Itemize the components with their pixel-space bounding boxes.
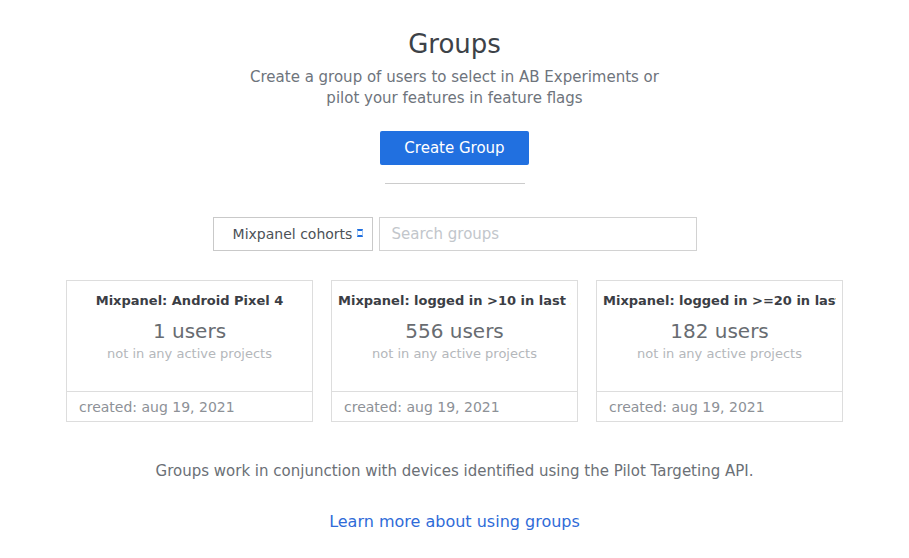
group-card[interactable]: Mixpanel: Android Pixel 4 1 users not in… [66, 280, 313, 422]
page-title: Groups [0, 30, 909, 59]
group-card-created-date: created: aug 19, 2021 [332, 391, 577, 421]
cohort-source-dropdown[interactable]: Mixpanel cohorts [213, 217, 373, 251]
page-subtitle: Create a group of users to select in AB … [0, 67, 909, 111]
header-divider [385, 183, 525, 184]
group-card-body: Mixpanel: logged in >=20 in last 30... 1… [597, 281, 842, 391]
group-card-title: Mixpanel: logged in >10 in last 30 ... [338, 293, 571, 310]
group-card-user-count: 1 users [73, 319, 306, 343]
dropdown-indicator-icon [357, 229, 363, 237]
group-card-user-count: 556 users [338, 319, 571, 343]
page-subtitle-line1: Create a group of users to select in AB … [0, 67, 909, 89]
filter-controls: Mixpanel cohorts [0, 217, 909, 251]
groups-page: Groups Create a group of users to select… [0, 0, 909, 558]
group-card-body: Mixpanel: Android Pixel 4 1 users not in… [67, 281, 312, 391]
pilot-targeting-note: Groups work in conjunction with devices … [0, 462, 909, 480]
group-card[interactable]: Mixpanel: logged in >10 in last 30 ... 5… [331, 280, 578, 422]
group-card-title: Mixpanel: Android Pixel 4 [73, 293, 306, 310]
create-group-button[interactable]: Create Group [380, 131, 528, 165]
group-card-status: not in any active projects [73, 346, 306, 361]
group-card-list: Mixpanel: Android Pixel 4 1 users not in… [0, 280, 909, 422]
group-card-created-date: created: aug 19, 2021 [597, 391, 842, 421]
group-card-user-count: 182 users [603, 319, 836, 343]
group-card-status: not in any active projects [603, 346, 836, 361]
group-card-status: not in any active projects [338, 346, 571, 361]
group-card[interactable]: Mixpanel: logged in >=20 in last 30... 1… [596, 280, 843, 422]
group-card-body: Mixpanel: logged in >10 in last 30 ... 5… [332, 281, 577, 391]
learn-more-link[interactable]: Learn more about using groups [329, 512, 580, 531]
cohort-source-dropdown-value: Mixpanel cohorts [233, 226, 353, 242]
group-card-created-date: created: aug 19, 2021 [67, 391, 312, 421]
search-groups-input[interactable] [379, 217, 697, 251]
page-subtitle-line2: pilot your features in feature flags [0, 88, 909, 110]
group-card-title: Mixpanel: logged in >=20 in last 30... [603, 293, 836, 310]
